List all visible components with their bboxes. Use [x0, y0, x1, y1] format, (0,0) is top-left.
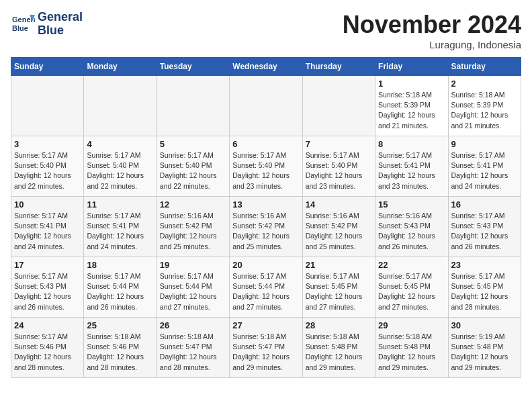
day-number: 21	[306, 260, 372, 270]
day-number: 23	[451, 260, 518, 270]
day-info: Sunrise: 5:17 AM Sunset: 5:40 PM Dayligh…	[87, 150, 153, 191]
table-row: 24Sunrise: 5:17 AM Sunset: 5:46 PM Dayli…	[11, 318, 84, 378]
table-row: 30Sunrise: 5:19 AM Sunset: 5:48 PM Dayli…	[448, 318, 521, 378]
day-number: 25	[87, 320, 153, 330]
table-row: 7Sunrise: 5:17 AM Sunset: 5:40 PM Daylig…	[302, 136, 375, 197]
table-row: 15Sunrise: 5:16 AM Sunset: 5:43 PM Dayli…	[375, 197, 448, 257]
day-info: Sunrise: 5:17 AM Sunset: 5:40 PM Dayligh…	[232, 150, 299, 191]
logo-icon: General Blue	[11, 12, 35, 36]
day-number: 20	[232, 260, 299, 270]
day-info: Sunrise: 5:18 AM Sunset: 5:47 PM Dayligh…	[160, 332, 226, 373]
header-tuesday: Tuesday	[157, 58, 229, 76]
day-info: Sunrise: 5:17 AM Sunset: 5:45 PM Dayligh…	[306, 271, 372, 312]
day-number: 28	[306, 320, 372, 330]
day-number: 29	[378, 320, 445, 330]
day-info: Sunrise: 5:18 AM Sunset: 5:46 PM Dayligh…	[87, 332, 153, 373]
day-info: Sunrise: 5:17 AM Sunset: 5:44 PM Dayligh…	[160, 271, 226, 312]
day-number: 4	[87, 139, 153, 149]
day-number: 19	[160, 260, 226, 270]
day-info: Sunrise: 5:16 AM Sunset: 5:43 PM Dayligh…	[378, 211, 445, 252]
day-number: 2	[451, 79, 518, 89]
table-row: 17Sunrise: 5:17 AM Sunset: 5:43 PM Dayli…	[11, 257, 84, 318]
location: Luragung, Indonesia	[343, 39, 521, 50]
header-monday: Monday	[84, 58, 157, 76]
day-number: 13	[232, 199, 299, 210]
table-row: 19Sunrise: 5:17 AM Sunset: 5:44 PM Dayli…	[157, 257, 229, 318]
day-number: 17	[14, 260, 81, 270]
day-info: Sunrise: 5:18 AM Sunset: 5:47 PM Dayligh…	[232, 332, 299, 373]
day-info: Sunrise: 5:17 AM Sunset: 5:45 PM Dayligh…	[451, 271, 518, 312]
day-number: 27	[232, 320, 299, 330]
table-row: 14Sunrise: 5:16 AM Sunset: 5:42 PM Dayli…	[302, 197, 375, 257]
logo: General Blue GeneralBlue	[11, 11, 83, 38]
day-info: Sunrise: 5:17 AM Sunset: 5:41 PM Dayligh…	[87, 211, 153, 252]
table-row: 26Sunrise: 5:18 AM Sunset: 5:47 PM Dayli…	[157, 318, 229, 378]
calendar-week-row: 3Sunrise: 5:17 AM Sunset: 5:40 PM Daylig…	[11, 136, 521, 197]
day-info: Sunrise: 5:17 AM Sunset: 5:43 PM Dayligh…	[14, 271, 81, 312]
table-row	[230, 76, 302, 136]
day-number: 18	[87, 260, 153, 270]
table-row: 2Sunrise: 5:18 AM Sunset: 5:39 PM Daylig…	[448, 76, 521, 136]
calendar-week-row: 24Sunrise: 5:17 AM Sunset: 5:46 PM Dayli…	[11, 318, 521, 378]
table-row: 12Sunrise: 5:16 AM Sunset: 5:42 PM Dayli…	[157, 197, 229, 257]
day-number: 5	[160, 139, 226, 149]
header-wednesday: Wednesday	[230, 58, 302, 76]
table-row: 5Sunrise: 5:17 AM Sunset: 5:40 PM Daylig…	[157, 136, 229, 197]
calendar-header-row: Sunday Monday Tuesday Wednesday Thursday…	[11, 58, 521, 76]
table-row: 13Sunrise: 5:16 AM Sunset: 5:42 PM Dayli…	[230, 197, 302, 257]
day-info: Sunrise: 5:17 AM Sunset: 5:41 PM Dayligh…	[14, 211, 81, 252]
day-number: 22	[378, 260, 445, 270]
day-info: Sunrise: 5:17 AM Sunset: 5:41 PM Dayligh…	[378, 150, 445, 191]
table-row: 21Sunrise: 5:17 AM Sunset: 5:45 PM Dayli…	[302, 257, 375, 318]
table-row: 22Sunrise: 5:17 AM Sunset: 5:45 PM Dayli…	[375, 257, 448, 318]
day-number: 26	[160, 320, 226, 330]
day-number: 14	[306, 199, 372, 210]
table-row: 23Sunrise: 5:17 AM Sunset: 5:45 PM Dayli…	[448, 257, 521, 318]
svg-text:Blue: Blue	[12, 24, 28, 32]
day-number: 16	[451, 199, 518, 210]
day-info: Sunrise: 5:18 AM Sunset: 5:48 PM Dayligh…	[306, 332, 372, 373]
day-number: 24	[14, 320, 81, 330]
day-info: Sunrise: 5:17 AM Sunset: 5:44 PM Dayligh…	[232, 271, 299, 312]
day-info: Sunrise: 5:17 AM Sunset: 5:45 PM Dayligh…	[378, 271, 445, 312]
logo-text: GeneralBlue	[38, 11, 83, 38]
day-info: Sunrise: 5:17 AM Sunset: 5:40 PM Dayligh…	[160, 150, 226, 191]
day-number: 9	[451, 139, 518, 149]
day-info: Sunrise: 5:17 AM Sunset: 5:46 PM Dayligh…	[14, 332, 81, 373]
table-row: 4Sunrise: 5:17 AM Sunset: 5:40 PM Daylig…	[84, 136, 157, 197]
day-number: 11	[87, 199, 153, 210]
calendar-table: Sunday Monday Tuesday Wednesday Thursday…	[11, 57, 521, 378]
day-info: Sunrise: 5:17 AM Sunset: 5:44 PM Dayligh…	[87, 271, 153, 312]
table-row: 3Sunrise: 5:17 AM Sunset: 5:40 PM Daylig…	[11, 136, 84, 197]
table-row: 20Sunrise: 5:17 AM Sunset: 5:44 PM Dayli…	[230, 257, 302, 318]
day-number: 30	[451, 320, 518, 330]
header-thursday: Thursday	[302, 58, 375, 76]
table-row	[302, 76, 375, 136]
day-number: 7	[306, 139, 372, 149]
table-row	[84, 76, 157, 136]
header-saturday: Saturday	[448, 58, 521, 76]
day-info: Sunrise: 5:19 AM Sunset: 5:48 PM Dayligh…	[451, 332, 518, 373]
calendar-week-row: 1Sunrise: 5:18 AM Sunset: 5:39 PM Daylig…	[11, 76, 521, 136]
day-info: Sunrise: 5:16 AM Sunset: 5:42 PM Dayligh…	[160, 211, 226, 252]
table-row: 10Sunrise: 5:17 AM Sunset: 5:41 PM Dayli…	[11, 197, 84, 257]
table-row: 6Sunrise: 5:17 AM Sunset: 5:40 PM Daylig…	[230, 136, 302, 197]
header-friday: Friday	[375, 58, 448, 76]
table-row: 27Sunrise: 5:18 AM Sunset: 5:47 PM Dayli…	[230, 318, 302, 378]
table-row: 11Sunrise: 5:17 AM Sunset: 5:41 PM Dayli…	[84, 197, 157, 257]
page-header: General Blue GeneralBlue November 2024 L…	[11, 11, 521, 50]
table-row: 1Sunrise: 5:18 AM Sunset: 5:39 PM Daylig…	[375, 76, 448, 136]
day-info: Sunrise: 5:17 AM Sunset: 5:43 PM Dayligh…	[451, 211, 518, 252]
table-row	[157, 76, 229, 136]
calendar-week-row: 10Sunrise: 5:17 AM Sunset: 5:41 PM Dayli…	[11, 197, 521, 257]
day-number: 6	[232, 139, 299, 149]
day-number: 3	[14, 139, 81, 149]
day-info: Sunrise: 5:17 AM Sunset: 5:40 PM Dayligh…	[14, 150, 81, 191]
day-number: 8	[378, 139, 445, 149]
table-row: 18Sunrise: 5:17 AM Sunset: 5:44 PM Dayli…	[84, 257, 157, 318]
table-row: 25Sunrise: 5:18 AM Sunset: 5:46 PM Dayli…	[84, 318, 157, 378]
month-title: November 2024	[343, 11, 521, 39]
day-info: Sunrise: 5:16 AM Sunset: 5:42 PM Dayligh…	[306, 211, 372, 252]
table-row: 28Sunrise: 5:18 AM Sunset: 5:48 PM Dayli…	[302, 318, 375, 378]
day-number: 1	[378, 79, 445, 89]
